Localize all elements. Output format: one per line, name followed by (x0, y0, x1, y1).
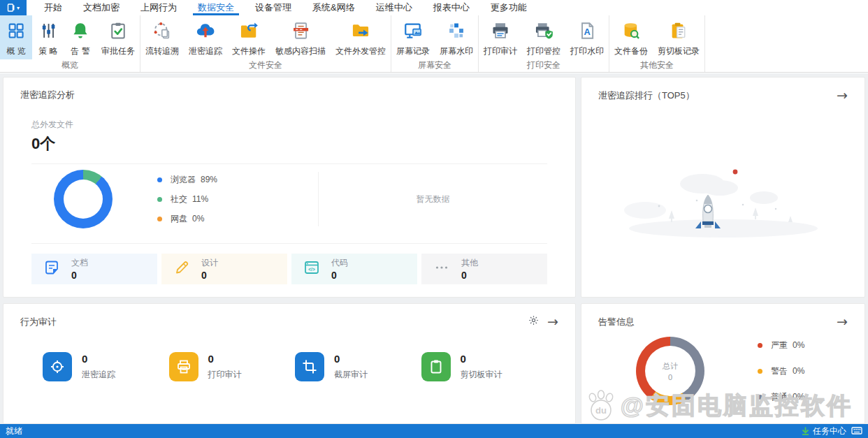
ribbon-button-leak-trace[interactable]: 泄密追踪 (184, 15, 227, 59)
audit-value: 0 (461, 353, 502, 365)
ribbon-button-label: 文件操作 (232, 45, 266, 57)
ribbon-button-label: 审批任务 (101, 45, 135, 57)
category-cards: 文档0 设计0 </> 代码0 其他0 (31, 254, 547, 284)
audit-item-screenshot-audit[interactable]: 0截屏审计 (295, 352, 421, 381)
arrow-right-icon[interactable]: → (837, 315, 848, 328)
ribbon-button-label: 文件备份 (614, 45, 648, 57)
card-design[interactable]: 设计0 (161, 254, 287, 284)
card-label: 设计 (201, 257, 218, 269)
ribbon-button-sensitive-scan[interactable]: 敏感内容扫描 (270, 15, 331, 59)
document-note-icon (43, 259, 60, 279)
tab-ops-center[interactable]: 运维中心 (366, 0, 423, 15)
ribbon-button-file-backup[interactable]: 文件备份 (609, 15, 653, 59)
ribbon-group-label: 概览 (0, 59, 140, 72)
ribbon-button-print-audit[interactable]: 打印审计 (479, 15, 522, 59)
legend-label: 浏览器 (171, 174, 196, 186)
task-center-label: 任务中心 (813, 425, 846, 437)
ribbon-button-overview[interactable]: 概 览 (0, 15, 32, 59)
target-icon (43, 352, 72, 381)
ribbon-button-file-outgoing[interactable]: 文件外发管控 (331, 15, 391, 59)
ribbon-button-policy[interactable]: 策 略 (32, 15, 64, 59)
keyboard-icon[interactable] (851, 427, 862, 435)
sensitive-scan-icon (290, 20, 311, 41)
task-center-button[interactable]: 任务中心 (802, 425, 846, 437)
svg-text:A: A (584, 27, 591, 37)
audit-value: 0 (334, 353, 368, 365)
legend-item: 普通0% (758, 391, 804, 403)
arrow-right-icon[interactable]: → (837, 89, 848, 102)
audit-label: 打印审计 (208, 369, 242, 381)
legend-dot (758, 369, 762, 374)
ribbon-button-file-operation[interactable]: 文件操作 (227, 15, 270, 59)
ribbon-button-approval-tasks[interactable]: 审批任务 (96, 15, 140, 59)
ribbon-group-screen-security: 屏幕记录 屏幕水印 屏幕安全 (391, 15, 479, 72)
legend-pct: 0% (192, 214, 204, 224)
legend-label: 警告 (771, 365, 788, 377)
ribbon-group-print-security: 打印审计 打印管控 A 打印水印 打印安全 (479, 15, 609, 72)
ribbon-button-flow-trace[interactable]: 流转追溯 (140, 15, 184, 59)
screen-watermark-icon (446, 20, 467, 41)
ribbon-group-label: 屏幕安全 (391, 59, 478, 72)
ribbon-button-alert[interactable]: 告 警 (64, 15, 96, 59)
tab-system-network[interactable]: 系统&网络 (302, 0, 366, 15)
audit-item-clipboard-audit[interactable]: 0剪切板审计 (421, 352, 548, 381)
arrow-right-icon[interactable]: → (547, 315, 558, 328)
tab-data-security[interactable]: 数据安全 (187, 0, 245, 15)
caret-down-icon: ▾ (17, 5, 20, 11)
legend-item: 严重0% (758, 340, 804, 351)
ribbon-group-overview: 概 览 策 略 告 警 审批任务 概览 (0, 15, 140, 72)
outbound-chart-row: 浏览器89% 社交11% 网盘0% 暂无数据 (31, 164, 547, 234)
tab-doc-encrypt[interactable]: 文档加密 (73, 0, 130, 15)
legend-dot (758, 343, 762, 348)
ribbon-spacer (705, 15, 868, 72)
screen-record-icon (403, 20, 424, 41)
card-document[interactable]: 文档0 (31, 254, 157, 284)
tab-device-mgmt[interactable]: 设备管理 (245, 0, 302, 15)
audit-item-leak-trace[interactable]: 0泄密追踪 (43, 352, 169, 381)
print-audit-icon (490, 20, 511, 41)
download-arrow-icon (802, 427, 809, 435)
card-other[interactable]: 其他0 (421, 254, 547, 284)
stat-value: 0个 (31, 133, 561, 154)
donut-center-label: 总计 0 (636, 337, 704, 405)
ribbon-group-other-security: 文件备份 剪切板记录 其他安全 (609, 15, 705, 72)
card-value: 0 (71, 270, 88, 281)
gear-icon[interactable] (528, 315, 539, 328)
tab-web-behavior[interactable]: 上网行为 (130, 0, 187, 15)
legend-item: 社交11% (157, 194, 269, 205)
legend-label: 普通 (771, 391, 788, 403)
tab-report-center[interactable]: 报表中心 (423, 0, 480, 15)
ribbon-button-screen-record[interactable]: 屏幕记录 (391, 15, 435, 59)
legend-item: 网盘0% (157, 213, 269, 225)
alerts-donut-chart: 总计 0 (636, 337, 704, 405)
panel-title: 行为审计 (20, 316, 57, 328)
panel-leak-analysis: 泄密追踪分析 总外发文件 0个 浏览器89% 社交11% 网盘0% 暂无数据 (3, 77, 576, 298)
ribbon-group-label: 其他安全 (609, 59, 704, 72)
panel-title: 告警信息 (598, 316, 635, 328)
dashboard-content: 泄密追踪分析 总外发文件 0个 浏览器89% 社交11% 网盘0% 暂无数据 (0, 73, 868, 424)
ribbon-button-label: 打印管控 (527, 45, 560, 57)
ribbon-button-print-watermark[interactable]: A 打印水印 (565, 15, 609, 59)
legend-dot (157, 217, 162, 221)
audit-label: 泄密追踪 (82, 369, 115, 381)
audit-label: 截屏审计 (334, 369, 368, 381)
tab-start[interactable]: 开始 (34, 0, 73, 15)
ribbon-button-print-control[interactable]: 打印管控 (522, 15, 565, 59)
card-code[interactable]: </> 代码0 (291, 254, 417, 284)
ribbon-button-screen-watermark[interactable]: 屏幕水印 (435, 15, 478, 59)
audit-value: 0 (208, 353, 242, 365)
ribbon-group-label: 打印安全 (479, 59, 609, 72)
panel-leak-rank: 泄密追踪排行（TOP5） → (581, 77, 865, 298)
svg-text:</>: </> (308, 267, 315, 272)
tab-more-functions[interactable]: 更多功能 (480, 0, 537, 15)
panel-title: 泄密追踪分析 (20, 89, 75, 101)
ribbon-button-clipboard-record[interactable]: 剪切板记录 (653, 15, 704, 59)
app-menu-button[interactable]: ▾ (0, 0, 27, 15)
audit-label: 剪切板审计 (461, 369, 502, 381)
audit-item-print-audit[interactable]: 0打印审计 (169, 352, 296, 381)
ribbon-button-label: 策 略 (38, 45, 57, 57)
app-window: ▾ 开始 文档加密 上网行为 数据安全 设备管理 系统&网络 运维中心 报表中心… (0, 0, 868, 438)
ribbon-group-file-security: 流转追溯 泄密追踪 文件操作 敏感内容扫描 文件外发管控 (140, 15, 391, 72)
crop-icon (295, 352, 324, 381)
leak-trace-cloud-icon (195, 20, 216, 41)
